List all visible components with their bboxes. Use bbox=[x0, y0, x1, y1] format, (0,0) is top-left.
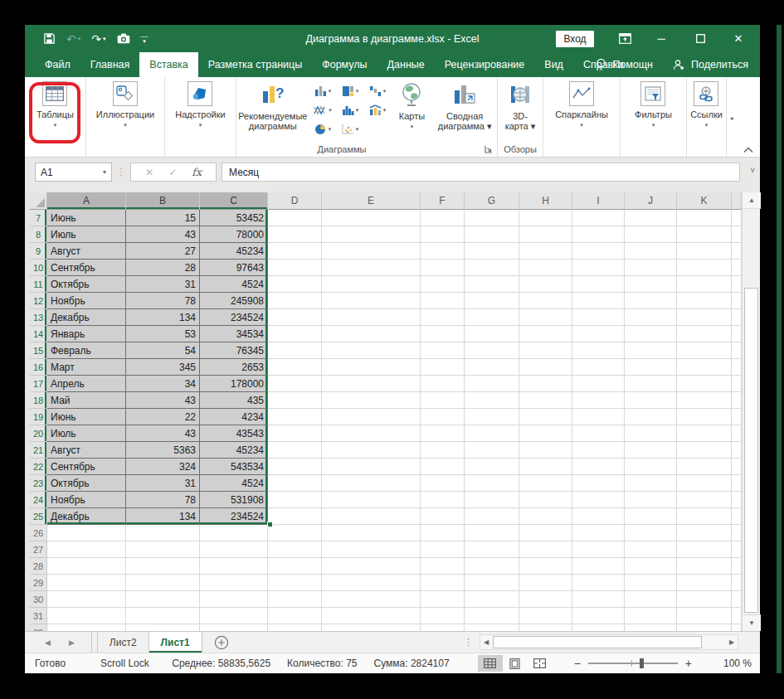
cell[interactable] bbox=[268, 575, 322, 591]
cell[interactable] bbox=[519, 442, 572, 459]
scroll-left-icon[interactable]: ◀ bbox=[480, 635, 492, 649]
cell[interactable]: 78 bbox=[126, 492, 200, 508]
cell[interactable]: Август bbox=[47, 442, 126, 459]
row-header-28[interactable]: 28 bbox=[30, 558, 47, 575]
cell[interactable] bbox=[465, 226, 519, 243]
cell[interactable] bbox=[677, 508, 732, 525]
cell[interactable]: Декабрь bbox=[47, 309, 126, 326]
scroll-down-icon[interactable]: ▼ bbox=[743, 614, 761, 631]
cell[interactable] bbox=[677, 409, 732, 425]
cell[interactable] bbox=[268, 309, 322, 326]
cell[interactable] bbox=[322, 409, 421, 425]
cell[interactable] bbox=[677, 624, 732, 631]
share-label[interactable]: Поделиться bbox=[691, 59, 748, 70]
tell-me-label[interactable]: Помощн bbox=[612, 59, 653, 70]
cell[interactable] bbox=[572, 293, 625, 309]
cell[interactable] bbox=[625, 459, 677, 475]
tables-button[interactable]: Таблицы ▾ bbox=[37, 80, 74, 157]
cell[interactable] bbox=[677, 392, 732, 409]
cell[interactable] bbox=[572, 425, 625, 442]
row-header-18[interactable]: 18 bbox=[30, 392, 47, 409]
sheet-tab-list1[interactable]: Лист1 bbox=[149, 632, 202, 653]
row-header-20[interactable]: 20 bbox=[30, 425, 47, 442]
cell[interactable] bbox=[200, 608, 268, 624]
cell[interactable] bbox=[465, 342, 519, 359]
cell[interactable] bbox=[421, 492, 465, 508]
cell[interactable] bbox=[126, 575, 200, 591]
cell[interactable] bbox=[572, 409, 625, 425]
horizontal-scroll-thumb[interactable] bbox=[493, 636, 702, 648]
cell[interactable] bbox=[625, 309, 677, 326]
cell[interactable] bbox=[322, 575, 421, 591]
row-header-14[interactable]: 14 bbox=[30, 326, 47, 342]
scatter-chart-button[interactable]: ▾ bbox=[337, 119, 364, 138]
cell[interactable] bbox=[572, 508, 625, 525]
cell[interactable] bbox=[625, 243, 677, 260]
cell[interactable] bbox=[572, 459, 625, 475]
cell[interactable] bbox=[322, 442, 421, 459]
cell[interactable] bbox=[421, 508, 465, 525]
cell[interactable]: 27 bbox=[126, 243, 200, 260]
cell[interactable]: 134 bbox=[126, 508, 200, 525]
cell[interactable] bbox=[465, 459, 519, 475]
cell[interactable] bbox=[572, 525, 625, 541]
column-header-K[interactable]: K bbox=[677, 192, 732, 210]
page-break-view-icon[interactable] bbox=[528, 655, 553, 672]
name-box[interactable]: A1 ▾ bbox=[35, 163, 112, 182]
links-button[interactable]: Ссылки ▾ bbox=[690, 80, 723, 157]
cell[interactable]: 43 bbox=[126, 425, 200, 442]
cell[interactable] bbox=[625, 260, 677, 276]
illustrations-button[interactable]: Иллюстрации ▾ bbox=[96, 80, 154, 157]
cell[interactable] bbox=[421, 210, 465, 226]
cell[interactable] bbox=[268, 425, 322, 442]
cell[interactable]: 78000 bbox=[200, 226, 268, 243]
column-chart-button[interactable]: ▾ bbox=[309, 81, 337, 100]
cell[interactable] bbox=[421, 293, 465, 309]
cell[interactable] bbox=[465, 525, 519, 541]
cell[interactable] bbox=[322, 425, 421, 442]
cell[interactable] bbox=[268, 558, 322, 575]
cell[interactable] bbox=[126, 558, 200, 575]
cell[interactable]: 45234 bbox=[200, 243, 268, 260]
cell[interactable] bbox=[421, 425, 465, 442]
cell[interactable] bbox=[519, 558, 572, 575]
cell[interactable]: Июль bbox=[47, 226, 126, 243]
cell[interactable] bbox=[572, 342, 625, 359]
cell[interactable] bbox=[200, 525, 268, 541]
cell[interactable]: Январь bbox=[47, 326, 126, 342]
cell[interactable]: 28 bbox=[126, 260, 200, 276]
cell[interactable] bbox=[322, 359, 421, 376]
cell[interactable] bbox=[421, 226, 465, 243]
collapse-ribbon-icon[interactable] bbox=[743, 147, 753, 153]
cell[interactable] bbox=[519, 525, 572, 541]
sheet-tab-list2[interactable]: Лист2 bbox=[97, 632, 149, 653]
column-header-A[interactable]: A bbox=[47, 192, 126, 210]
cell[interactable] bbox=[268, 525, 322, 541]
cell[interactable] bbox=[322, 226, 421, 243]
cell[interactable] bbox=[572, 541, 625, 558]
tab-scrollbar-splitter[interactable]: ⋮ bbox=[457, 632, 480, 653]
row-header-7[interactable]: 7 bbox=[30, 210, 47, 226]
cell[interactable]: Апрель bbox=[47, 376, 126, 392]
cell[interactable]: Сентябрь bbox=[47, 459, 126, 475]
cell[interactable] bbox=[465, 591, 519, 608]
column-header-F[interactable]: F bbox=[421, 192, 465, 210]
cell[interactable] bbox=[322, 376, 421, 392]
cell[interactable] bbox=[268, 392, 322, 409]
cell[interactable] bbox=[126, 624, 200, 631]
cell[interactable] bbox=[322, 475, 421, 492]
cell[interactable] bbox=[465, 492, 519, 508]
cell[interactable] bbox=[322, 508, 421, 525]
insert-function-icon[interactable]: fx bbox=[192, 166, 202, 178]
cell[interactable]: 22 bbox=[126, 409, 200, 425]
tab-insert[interactable]: Вставка bbox=[139, 52, 197, 77]
column-header-I[interactable]: I bbox=[572, 192, 625, 210]
cell[interactable] bbox=[268, 260, 322, 276]
charts-dialog-launcher-icon[interactable] bbox=[485, 145, 493, 153]
cell[interactable] bbox=[465, 608, 519, 624]
combo-chart-button[interactable]: ▾ bbox=[364, 100, 392, 119]
cell[interactable] bbox=[465, 475, 519, 492]
sparklines-button[interactable]: Спарклайны ▾ bbox=[555, 80, 608, 157]
cell[interactable] bbox=[572, 558, 625, 575]
cell[interactable] bbox=[625, 492, 677, 508]
